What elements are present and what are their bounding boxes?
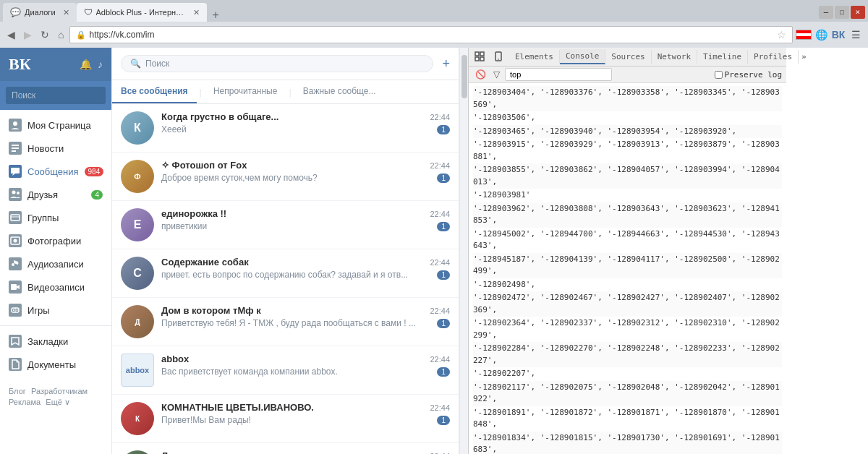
avatar-4: С <box>121 257 154 290</box>
unread-badge-3: 1 <box>437 222 450 231</box>
main-content: ВК 🔔 ♪ Моя Страница <box>0 48 868 454</box>
devtools-device-btn[interactable] <box>490 50 506 64</box>
footer-link-more[interactable]: Ещё ∨ <box>46 398 70 406</box>
console-filter-btn[interactable]: ▽ <box>491 69 502 80</box>
vk-icon-btn[interactable]: ВК <box>830 27 846 43</box>
svg-marker-18 <box>12 338 19 345</box>
sidebar-friends-label: Друзья <box>27 189 58 200</box>
tab-all-messages[interactable]: Все сообщения <box>112 80 197 103</box>
sidebar-video-label: Видеозаписи <box>27 282 85 293</box>
reload-btn[interactable]: ↻ <box>38 27 52 42</box>
window-close-btn[interactable]: ✕ <box>851 6 865 19</box>
sidebar-item-audio[interactable]: Аудиозаписи <box>0 252 111 275</box>
message-item-7[interactable]: К КОМНАТНЫЕ ЦВЕТЫ.ИВАНОВО. 22:44 Привет!… <box>112 395 459 443</box>
url-text: https://vk.com/im <box>89 30 774 40</box>
footer-link-ads[interactable]: Реклама <box>9 398 41 406</box>
preserve-log-label: Preserve log <box>715 70 782 80</box>
svg-rect-22 <box>480 57 484 61</box>
console-line-13: '-128902284', '-128902270', '-128902248'… <box>473 342 782 367</box>
home-btn[interactable]: ⌂ <box>55 27 67 42</box>
vk-scrollbar-thumb[interactable] <box>461 55 467 98</box>
sidebar-item-video[interactable]: Видеозаписи <box>0 275 111 299</box>
music-icon[interactable]: ♪ <box>98 59 103 70</box>
devtools-inspect-btn[interactable] <box>472 50 488 64</box>
tab-unread[interactable]: Непрочитанные <box>205 80 286 103</box>
sidebar-item-photos[interactable]: Фотографии <box>0 229 111 252</box>
preview-7: Привет!Мы Вам рады! <box>161 415 433 425</box>
message-item-1[interactable]: К Когда грустно в общаге... 22:44 Хееей … <box>112 104 459 153</box>
vk-logo-bar: ВК 🔔 ♪ <box>0 48 111 81</box>
sender-6: abbox <box>161 354 189 364</box>
sidebar-item-friends[interactable]: Друзья 4 <box>0 183 111 206</box>
message-item-5[interactable]: Д Дом в котором тМф к 22:44 Приветствую … <box>112 298 459 346</box>
tab-dialogi[interactable]: 💬 Диалоги ✕ <box>3 3 77 22</box>
messages-list-panel: 🔍 Поиск + Все сообщения | Непрочитанные … <box>112 48 459 454</box>
footer-link-dev[interactable]: Разработчикам <box>31 387 88 395</box>
svg-point-11 <box>12 263 14 266</box>
tab-important[interactable]: Важные сообще... <box>294 80 385 103</box>
sender-2: ✧ Фотошоп от Fox <box>161 160 247 171</box>
tab1-favicon: 💬 <box>10 7 21 17</box>
svg-point-17 <box>17 309 18 311</box>
address-bar[interactable]: 🔒 https://vk.com/im ☆ <box>69 26 793 43</box>
devtools-tab-console[interactable]: Console <box>560 49 605 64</box>
devtools-more-btn[interactable]: » <box>799 51 809 63</box>
sidebar-item-docs[interactable]: Документы <box>0 353 111 376</box>
notification-icon[interactable]: 🔔 <box>80 59 92 70</box>
back-btn[interactable]: ◀ <box>4 27 18 42</box>
forward-btn[interactable]: ▶ <box>21 27 35 42</box>
svg-point-0 <box>13 121 17 126</box>
messages-search-box[interactable]: 🔍 Поиск <box>121 55 433 72</box>
message-content-4: Содержание собак 22:44 привет. есть вопр… <box>161 257 450 280</box>
devtools-console-content[interactable]: '-128903404', '-128903376', '-128903358'… <box>469 83 786 454</box>
message-item-2[interactable]: Ф ✧ Фотошоп от Fox 22:44 Доброе время су… <box>112 153 459 201</box>
message-item-8[interactable]: Л Лаки, краски, морилка американского пр… <box>112 443 459 454</box>
compose-btn[interactable]: + <box>442 56 450 72</box>
minimize-btn[interactable]: ─ <box>819 6 833 19</box>
menu-btn[interactable]: ☰ <box>848 27 864 43</box>
tab1-close-btn[interactable]: ✕ <box>63 8 69 17</box>
console-context-select[interactable] <box>505 68 612 81</box>
devtools-tab-timeline[interactable]: Timeline <box>697 50 748 64</box>
maximize-btn[interactable]: □ <box>835 6 849 19</box>
console-line-16: '-128901891', '-128901872', '-128901871'… <box>473 406 782 432</box>
tab-adblock[interactable]: 🛡 Adblock Plus - Интернет... ✕ <box>77 3 207 22</box>
sidebar-news-label: Новости <box>27 143 64 154</box>
console-line-3: '-128903465', '-128903940', '-128903954'… <box>473 125 782 139</box>
sidebar-item-groups[interactable]: Группы <box>0 206 111 229</box>
message-content-7: КОМНАТНЫЕ ЦВЕТЫ.ИВАНОВО. 22:44 Привет!Мы… <box>161 402 450 425</box>
message-item-6[interactable]: abbox abbox 22:44 Вас приветствует коман… <box>112 346 459 395</box>
bookmark-star-icon[interactable]: ☆ <box>777 29 786 40</box>
tab2-close-btn[interactable]: ✕ <box>193 8 200 17</box>
sender-7: КОМНАТНЫЕ ЦВЕТЫ.ИВАНОВО. <box>161 402 314 413</box>
search-icon: 🔍 <box>130 59 141 69</box>
vk-scrollbar[interactable] <box>459 48 468 454</box>
devtools-tab-elements[interactable]: Elements <box>509 50 560 64</box>
sidebar-item-my-page[interactable]: Моя Страница <box>0 113 111 137</box>
devtools-tab-sources[interactable]: Sources <box>605 50 651 64</box>
console-clear-btn[interactable]: 🚫 <box>473 69 488 80</box>
devtools-tab-profiles[interactable]: Profiles <box>748 50 799 64</box>
console-line-15: '-128902117', '-128902075', '-128902048'… <box>473 381 782 406</box>
unread-badge-7: 1 <box>437 416 450 425</box>
sender-5: Дом в котором тМф к <box>161 305 261 316</box>
sidebar-item-games[interactable]: Игры <box>0 299 111 322</box>
message-item-4[interactable]: С Содержание собак 22:44 привет. есть во… <box>112 249 459 298</box>
svg-rect-21 <box>475 57 479 61</box>
message-content-5: Дом в котором тМф к 22:44 Приветствую те… <box>161 305 450 328</box>
news-icon <box>9 142 22 155</box>
message-item-3[interactable]: Е единорожка !! 22:44 приветикии 1 <box>112 201 459 249</box>
preserve-log-checkbox[interactable] <box>715 71 723 79</box>
svg-rect-20 <box>480 52 484 56</box>
vk-logo: ВК <box>9 55 31 74</box>
translate-btn[interactable]: 🌐 <box>813 27 829 43</box>
vk-search-input[interactable] <box>6 87 106 104</box>
sidebar-item-news[interactable]: Новости <box>0 137 111 160</box>
footer-link-blog[interactable]: Блог <box>9 387 26 395</box>
new-tab-btn[interactable]: + <box>210 9 222 22</box>
sidebar-item-bookmarks[interactable]: Закладки <box>0 330 111 353</box>
sidebar-item-messages[interactable]: Сообщения 984 <box>0 160 111 183</box>
messages-container: 🔍 Поиск + Все сообщения | Непрочитанные … <box>112 48 868 454</box>
devtools-tab-network[interactable]: Network <box>652 50 697 64</box>
extensions-btn[interactable] <box>796 27 812 43</box>
